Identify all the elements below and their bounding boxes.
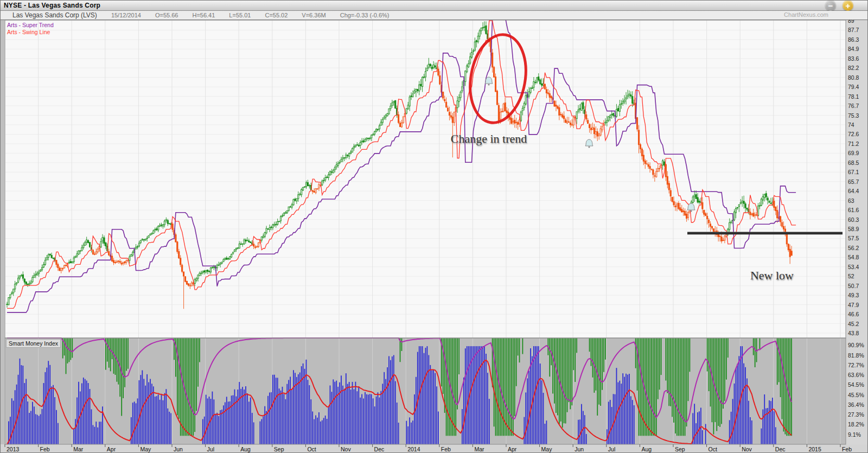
chartnexus-window: NYSE - Las Vegas Sands Corp − + Las Vega… <box>0 0 868 453</box>
svg-text:36.4%: 36.4% <box>848 401 864 408</box>
svg-text:82.2: 82.2 <box>848 65 859 71</box>
svg-text:72.7%: 72.7% <box>848 362 864 368</box>
svg-text:50.7: 50.7 <box>848 283 859 289</box>
svg-text:52: 52 <box>848 273 854 279</box>
window-title-bar[interactable]: NYSE - Las Vegas Sands Corp − + <box>1 1 868 11</box>
svg-text:54.8: 54.8 <box>848 254 859 260</box>
svg-text:Feb: Feb <box>441 446 451 452</box>
svg-text:67.1: 67.1 <box>848 169 859 175</box>
svg-text:61.6: 61.6 <box>848 207 859 213</box>
svg-text:45.5%: 45.5% <box>848 392 864 398</box>
svg-text:86.3: 86.3 <box>848 36 859 43</box>
svg-text:Feb: Feb <box>842 446 852 452</box>
symbol-label: Las Vegas Sands Corp (LVS) <box>12 11 97 19</box>
svg-text:18.2%: 18.2% <box>848 421 864 428</box>
quote-close: C=55.02 <box>265 12 288 18</box>
quote-change: Chg=-0.33 (-0.6%) <box>340 12 390 18</box>
svg-text:71.2: 71.2 <box>848 141 859 147</box>
svg-text:Sep: Sep <box>274 446 284 452</box>
quote-info-bar: Las Vegas Sands Corp (LVS) 15/12/2014 O=… <box>1 11 868 20</box>
svg-text:Dec: Dec <box>374 446 385 452</box>
minus-icon: − <box>828 2 833 10</box>
svg-text:Jul: Jul <box>608 446 615 452</box>
svg-text:Nov: Nov <box>742 446 752 452</box>
svg-text:9.1%: 9.1% <box>848 431 861 438</box>
svg-text:Oct: Oct <box>307 446 316 452</box>
svg-text:2014: 2014 <box>407 446 420 452</box>
svg-text:53.4: 53.4 <box>848 264 859 270</box>
window-title: NYSE - Las Vegas Sands Corp <box>1 2 100 9</box>
svg-text:80.8: 80.8 <box>848 74 859 81</box>
svg-text:74: 74 <box>848 122 854 128</box>
minimize-button[interactable]: − <box>825 0 836 11</box>
plus-icon: + <box>846 2 851 10</box>
svg-text:43.8: 43.8 <box>848 330 859 336</box>
svg-text:2013: 2013 <box>7 446 20 452</box>
svg-text:Jul: Jul <box>207 446 214 452</box>
svg-text:60.3: 60.3 <box>848 216 859 223</box>
svg-text:Jun: Jun <box>575 446 584 452</box>
svg-text:45.2: 45.2 <box>848 321 859 327</box>
quote-low: L=55.01 <box>229 12 251 18</box>
svg-text:Aug: Aug <box>240 446 251 452</box>
svg-text:68.5: 68.5 <box>848 159 859 166</box>
svg-text:79.4: 79.4 <box>848 84 859 90</box>
svg-text:81.8%: 81.8% <box>848 352 864 359</box>
quote-volume: V=6.36M <box>302 12 326 18</box>
svg-text:89: 89 <box>848 20 854 24</box>
svg-text:58.9: 58.9 <box>848 226 859 232</box>
svg-text:69.9: 69.9 <box>848 150 859 156</box>
svg-text:Aug: Aug <box>641 446 652 452</box>
svg-text:78.1: 78.1 <box>848 93 859 100</box>
svg-text:83.6: 83.6 <box>848 55 859 62</box>
svg-text:90.9%: 90.9% <box>848 342 864 348</box>
quote-date: 15/12/2014 <box>111 12 141 18</box>
svg-text:46.6: 46.6 <box>848 311 859 317</box>
svg-text:64.4: 64.4 <box>848 188 859 194</box>
svg-text:Apr: Apr <box>107 446 116 452</box>
quote-high: H=56.41 <box>192 12 215 18</box>
svg-text:Nov: Nov <box>341 446 351 452</box>
svg-text:49.3: 49.3 <box>848 292 859 298</box>
svg-text:57.5: 57.5 <box>848 235 859 241</box>
svg-text:Mar: Mar <box>474 446 484 452</box>
svg-text:76.7: 76.7 <box>848 103 859 109</box>
svg-text:Apr: Apr <box>508 446 517 452</box>
quote-open: O=55.66 <box>155 12 178 18</box>
svg-text:47.9: 47.9 <box>848 302 859 308</box>
svg-text:Oct: Oct <box>709 446 717 452</box>
svg-text:75.3: 75.3 <box>848 112 859 119</box>
svg-text:May: May <box>541 446 553 452</box>
price-axis-labels: 8987.786.384.983.682.280.879.478.176.775… <box>848 20 859 336</box>
svg-text:54.5%: 54.5% <box>848 381 864 388</box>
svg-text:Sep: Sep <box>675 446 685 452</box>
svg-text:May: May <box>140 446 151 452</box>
svg-text:84.9: 84.9 <box>848 46 859 52</box>
svg-text:63: 63 <box>848 197 854 204</box>
svg-text:63.6%: 63.6% <box>848 372 864 378</box>
chartnexus-watermark: ChartNexus.com <box>784 11 828 18</box>
svg-text:87.7: 87.7 <box>848 27 859 33</box>
svg-text:72.6: 72.6 <box>848 131 859 137</box>
svg-text:Mar: Mar <box>73 446 84 452</box>
maximize-button[interactable]: + <box>843 0 853 11</box>
price-chart[interactable]: 8987.786.384.983.682.280.879.478.176.775… <box>1 20 868 453</box>
svg-text:56.2: 56.2 <box>848 245 859 251</box>
svg-text:27.3%: 27.3% <box>848 411 864 418</box>
svg-text:2015: 2015 <box>808 446 821 452</box>
svg-text:Jun: Jun <box>174 446 183 452</box>
svg-text:Feb: Feb <box>40 446 50 452</box>
svg-text:65.7: 65.7 <box>848 178 859 185</box>
svg-text:Dec: Dec <box>775 446 786 452</box>
